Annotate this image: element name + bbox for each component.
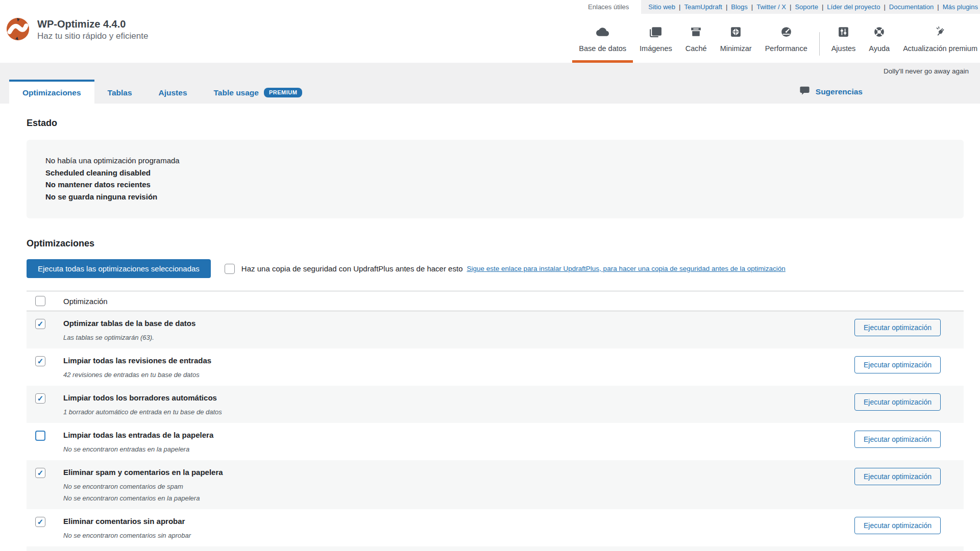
nav-label: Base de datos [579, 44, 626, 53]
nav-item-minimizar[interactable]: Minimizar [714, 26, 758, 63]
comment-bubble-icon [799, 85, 810, 98]
nav-divider [819, 32, 820, 56]
table-header-label: Optimización [63, 297, 108, 306]
run-optimization-button[interactable]: Ejecutar optimización [854, 319, 941, 336]
brand: WP-Optimize 4.4.0 Haz tu sitio rápido y … [6, 17, 148, 43]
link-twitter[interactable]: Twitter / X [756, 3, 786, 11]
nav-item-actualizacion-premium[interactable]: Actualización premium [896, 26, 980, 63]
row-checkbox[interactable] [35, 319, 45, 329]
status-line: No se guarda ninguna revisión [45, 191, 953, 203]
main-nav: Base de datos Imágenes Caché Minimizar P… [572, 26, 980, 63]
nav-label: Imágenes [640, 44, 672, 53]
select-all-checkbox[interactable] [35, 296, 45, 306]
run-optimization-button[interactable]: Ejecutar optimización [854, 393, 941, 411]
nav-item-cache[interactable]: Caché [679, 26, 714, 63]
row-subtitle: No se encontraron comentarios sin aproba… [63, 532, 191, 539]
status-line: Scheduled cleaning disabled [45, 167, 953, 179]
link-teamupdraft[interactable]: TeamUpdraft [684, 3, 722, 11]
tab-bar: Optimizaciones Tablas Ajustes Table usag… [0, 80, 980, 104]
wp-optimize-logo-icon [6, 17, 30, 43]
link-separator: | [751, 3, 753, 11]
tab-label: Ajustes [159, 88, 187, 97]
row-subtitle: No se encontraron comentarios de spam [63, 483, 223, 490]
suggestions-label: Sugerencias [816, 87, 863, 96]
optimizations-panel: Estado No había una optimización program… [0, 104, 980, 551]
useful-links-label: Enlaces útiles [588, 0, 629, 14]
tab-table-usage[interactable]: Table usage PREMIUM [201, 80, 316, 104]
link-blogs[interactable]: Blogs [731, 3, 748, 11]
table-row: Limpiar todas las entradas de la papeler… [27, 423, 964, 460]
nav-item-base-de-datos[interactable]: Base de datos [572, 26, 633, 63]
nav-item-ayuda[interactable]: Ayuda [862, 26, 896, 63]
admin-notice-strip: Dolly'll never go away again [0, 63, 980, 80]
nav-label: Caché [685, 44, 707, 53]
tab-tablas[interactable]: Tablas [94, 80, 145, 104]
row-title: Limpiar todas las entradas de la papeler… [63, 431, 213, 440]
optimizations-heading: Optimizaciones [27, 238, 964, 248]
row-subtitle: No se encontraron comentarios en la pape… [63, 494, 223, 502]
status-line: No había una optimización programada [45, 155, 953, 167]
link-separator: | [726, 3, 727, 11]
link-sitio-web[interactable]: Sitio web [648, 3, 675, 11]
help-icon [873, 26, 886, 40]
tab-label: Table usage [214, 88, 259, 97]
table-row-partial [27, 546, 964, 551]
table-header-row: Optimización [27, 291, 964, 311]
row-subtitle: 42 revisiones de entradas en tu base de … [63, 371, 211, 379]
run-all-row: Ejecuta todas las optimizaciones selecci… [27, 259, 964, 278]
backup-checkbox[interactable] [225, 264, 235, 274]
suggestions-button[interactable]: Sugerencias [799, 85, 863, 98]
run-all-optimizations-button[interactable]: Ejecuta todas las optimizaciones selecci… [27, 259, 211, 278]
optimizations-table: Optimización Optimizar tablas de la base… [27, 291, 964, 551]
row-checkbox[interactable] [35, 431, 45, 441]
row-checkbox[interactable] [35, 356, 45, 366]
gauge-icon [780, 26, 793, 40]
plugin-header: Enlaces útiles Sitio web| TeamUpdraft| B… [0, 0, 980, 63]
table-row: Eliminar spam y comentarios en la papele… [27, 460, 964, 509]
tab-label: Tablas [108, 88, 132, 97]
nav-item-ajustes[interactable]: Ajustes [825, 26, 863, 63]
row-subtitle: No se encontraron entradas en la papeler… [63, 445, 213, 453]
compress-icon [729, 26, 742, 40]
tab-optimizaciones[interactable]: Optimizaciones [9, 80, 94, 104]
link-documentation[interactable]: Documentation [889, 3, 934, 11]
row-title: Eliminar comentarios sin aprobar [63, 517, 191, 526]
table-row: Eliminar comentarios sin aprobar No se e… [27, 509, 964, 546]
run-optimization-button[interactable]: Ejecutar optimización [854, 356, 941, 373]
nav-item-performance[interactable]: Performance [758, 26, 814, 63]
row-title: Limpiar todas las revisiones de entradas [63, 356, 211, 365]
useful-links-bar: Enlaces útiles Sitio web| TeamUpdraft| B… [0, 0, 980, 14]
nav-label: Ajustes [831, 44, 856, 53]
link-lider-proyecto[interactable]: Líder del proyecto [827, 3, 880, 11]
run-optimization-button[interactable]: Ejecutar optimización [854, 468, 941, 485]
nav-item-imagenes[interactable]: Imágenes [633, 26, 679, 63]
external-links: Sitio web| TeamUpdraft| Blogs| Twitter /… [641, 0, 980, 14]
archive-icon [690, 26, 702, 40]
link-separator: | [679, 3, 680, 11]
page-subtitle: Haz tu sitio rápido y eficiente [37, 30, 148, 42]
status-line: No mantener datos recientes [45, 179, 953, 191]
run-optimization-button[interactable]: Ejecutar optimización [854, 431, 941, 448]
table-row: Optimizar tablas de la base de datos Las… [27, 311, 964, 348]
cloud-icon [596, 26, 609, 40]
link-separator: | [884, 3, 885, 11]
link-soporte[interactable]: Soporte [795, 3, 818, 11]
row-subtitle: 1 borrador automático de entrada en tu b… [63, 408, 222, 416]
row-checkbox[interactable] [35, 393, 45, 404]
images-icon [649, 26, 662, 40]
row-checkbox[interactable] [35, 468, 45, 478]
link-separator: | [937, 3, 939, 11]
backup-checkbox-label[interactable]: Haz una copia de seguridad con UpdraftPl… [241, 264, 463, 273]
row-checkbox[interactable] [35, 517, 45, 527]
premium-badge: PREMIUM [264, 88, 302, 97]
table-row: Limpiar todas las revisiones de entradas… [27, 348, 964, 386]
nav-label: Ayuda [869, 44, 890, 53]
table-row: Limpiar todos los borradores automáticos… [27, 386, 964, 423]
install-updraftplus-link[interactable]: Sigue este enlace para instalar UpdraftP… [467, 265, 785, 272]
row-title: Optimizar tablas de la base de datos [63, 319, 195, 328]
page-title: WP-Optimize 4.4.0 [37, 18, 148, 30]
run-optimization-button[interactable]: Ejecutar optimización [854, 517, 941, 534]
sliders-icon [837, 26, 850, 40]
link-mas-plugins[interactable]: Más plugins [943, 3, 978, 11]
tab-ajustes[interactable]: Ajustes [145, 80, 201, 104]
